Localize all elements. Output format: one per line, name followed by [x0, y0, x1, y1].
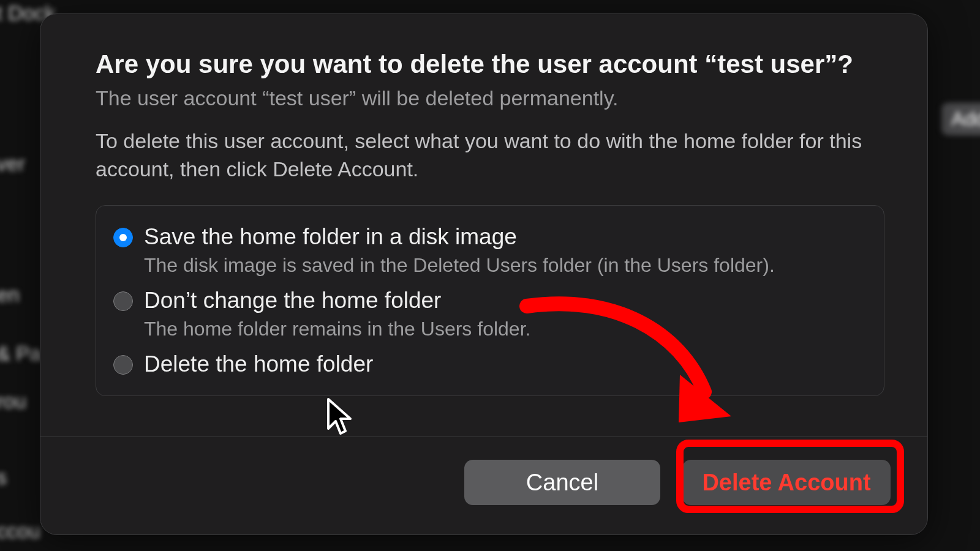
option-description: The disk image is saved in the Deleted U… [144, 253, 867, 279]
radio-dont-change[interactable] [113, 291, 133, 311]
bg-sidebar-fragment: & Pa [0, 342, 42, 365]
dialog-button-row: Cancel Delete Account [464, 460, 891, 505]
cancel-button[interactable]: Cancel [464, 460, 660, 505]
option-save-disk-image[interactable]: Save the home folder in a disk image The… [113, 223, 867, 278]
option-label: Save the home folder in a disk image [144, 223, 867, 251]
option-delete-folder[interactable]: Delete the home folder [113, 350, 867, 378]
delete-account-button[interactable]: Delete Account [682, 460, 891, 505]
bg-add-button: Add [941, 103, 980, 135]
option-label: Delete the home folder [144, 350, 867, 378]
dialog-body-text: To delete this user account, select what… [96, 127, 867, 184]
delete-user-dialog: Are you sure you want to delete the user… [40, 13, 928, 535]
dialog-divider [40, 437, 927, 437]
option-description: The home folder remains in the Users fol… [144, 317, 867, 342]
option-dont-change[interactable]: Don’t change the home folder The home fo… [113, 287, 867, 342]
home-folder-options: Save the home folder in a disk image The… [96, 205, 884, 396]
option-label: Don’t change the home folder [144, 287, 867, 315]
bg-sidebar-fragment: en [0, 283, 20, 307]
dialog-subtitle: The user account “test user” will be del… [96, 84, 884, 111]
bg-sidebar-fragment: ver [0, 152, 25, 176]
bg-sidebar-fragment: ccou [0, 519, 40, 543]
dialog-title: Are you sure you want to delete the user… [96, 48, 884, 81]
bg-sidebar-fragment: rou [0, 389, 26, 413]
radio-save-disk-image[interactable] [113, 228, 133, 247]
bg-sidebar-fragment: s [0, 465, 7, 489]
radio-delete-folder[interactable] [113, 355, 133, 375]
